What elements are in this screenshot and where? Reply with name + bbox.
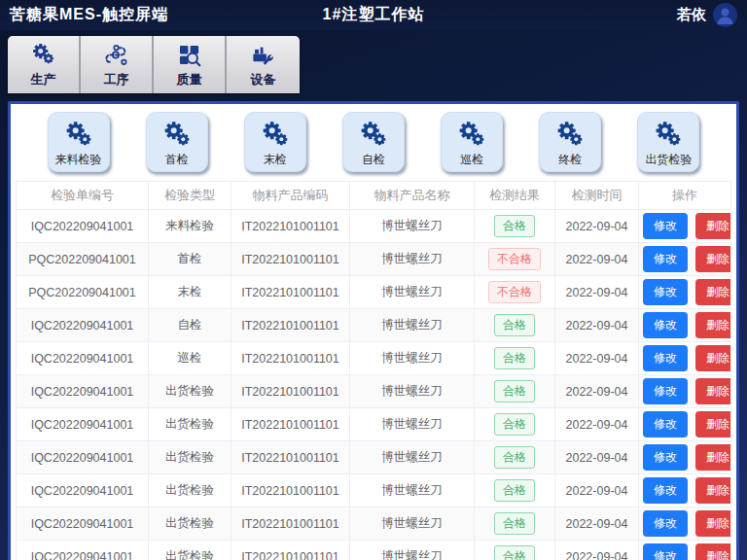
edit-button[interactable]: 修改 [643,246,688,272]
type-cell: 自检 [149,309,231,342]
delete-button[interactable]: 删除 [695,345,731,371]
quick-button-incoming-inspection[interactable]: 来料检验 [48,112,110,172]
result-badge: 合格 [494,314,535,335]
code-cell: IT2022101001101 [231,210,350,243]
delete-button[interactable]: 删除 [695,213,731,239]
gears-icon [652,120,685,151]
table-row: IQC202209041001出货检验IT2022101001101博世螺丝刀合… [17,508,731,541]
delete-button[interactable]: 删除 [695,312,731,338]
delete-button[interactable]: 删除 [695,444,731,471]
result-badge: 合格 [494,413,535,435]
table-row: IQC202209041001来料检验IT2022101001101博世螺丝刀合… [17,210,731,243]
edit-button[interactable]: 修改 [643,477,688,504]
type-cell: 出货检验 [149,474,231,508]
name-cell: 博世螺丝刀 [350,474,475,508]
result-cell: 合格 [475,508,555,541]
type-cell: 出货检验 [149,408,231,441]
edit-button[interactable]: 修改 [643,279,688,305]
edit-button[interactable]: 修改 [643,444,688,471]
table-body: IQC202209041001来料检验IT2022101001101博世螺丝刀合… [17,210,731,560]
table-row: IQC202209041001巡检IT2022101001101博世螺丝刀合格2… [17,342,731,375]
name-cell: 博世螺丝刀 [350,375,475,408]
delete-button[interactable]: 删除 [695,378,731,404]
code-cell: IT2022101001101 [231,309,350,342]
type-cell: 出货检验 [149,375,231,408]
gears-icon [62,120,95,151]
username: 若依 [677,6,706,24]
edit-button[interactable]: 修改 [643,345,688,371]
result-badge: 合格 [494,380,535,402]
name-cell: 博世螺丝刀 [350,210,475,243]
gears-icon [357,120,390,151]
tab-quality[interactable]: 质量 [154,36,227,93]
order-no-cell: IQC202209041001 [17,541,149,560]
order-no-cell: IQC202209041001 [17,342,149,375]
name-cell: 博世螺丝刀 [350,309,475,342]
tab-equipment[interactable]: 设备 [227,36,300,93]
delete-button[interactable]: 删除 [695,279,731,305]
type-cell: 巡检 [149,342,231,375]
result-badge: 合格 [494,545,535,560]
quick-button-first-inspection[interactable]: 首检 [146,112,208,172]
edit-button[interactable]: 修改 [643,411,688,438]
delete-button[interactable]: 删除 [695,477,731,504]
date-cell: 2022-09-04 [555,276,639,309]
delete-button[interactable]: 删除 [695,246,731,272]
code-cell: IT2022101001101 [231,474,350,508]
result-cell: 合格 [475,441,555,474]
result-badge: 不合格 [488,281,541,302]
delete-button[interactable]: 删除 [695,543,731,560]
actions-cell: 修改删除 [639,210,731,243]
edit-button[interactable]: 修改 [643,543,688,560]
edit-button[interactable]: 修改 [643,378,688,404]
tab-label: 设备 [251,71,276,88]
order-no-cell: PQC202209041001 [17,243,149,276]
top-bar: 苦糖果MES-触控屏端 1#注塑工作站 若依 [0,0,747,30]
order-no-cell: IQC202209041001 [17,309,149,342]
gears-icon [259,120,292,151]
order-no-cell: PQC202209041001 [17,276,149,309]
edit-button[interactable]: 修改 [643,213,688,239]
quick-button-shipment-inspection[interactable]: 出货检验 [637,112,699,172]
actions-cell: 修改删除 [639,243,731,276]
column-header: 检验单编号 [17,182,149,210]
quick-button-self-inspection[interactable]: 自检 [342,112,405,172]
result-cell: 合格 [475,210,555,243]
result-cell: 合格 [475,309,555,342]
quick-button-final-inspection[interactable]: 终检 [539,112,601,172]
user-area[interactable]: 若依 [677,3,737,27]
tab-production[interactable]: 生产 [8,36,81,93]
actions-cell: 修改删除 [639,408,731,441]
quick-button-patrol-inspection[interactable]: 巡检 [441,112,503,172]
gears-icon [553,120,587,151]
column-header: 检测结果 [475,182,555,210]
gears-icon [160,120,194,151]
quick-button-label: 首检 [165,152,189,168]
result-badge: 合格 [494,446,535,468]
code-cell: IT2022101001101 [231,408,350,441]
type-cell: 末检 [149,276,231,309]
tab-label: 工序 [104,71,129,88]
table-row: IQC202209041001出货检验IT2022101001101博世螺丝刀合… [17,441,731,474]
code-cell: IT2022101001101 [231,508,350,541]
gears-icon [30,42,56,68]
order-no-cell: IQC202209041001 [17,210,149,243]
quick-button-last-inspection[interactable]: 末检 [244,112,306,172]
delete-button[interactable]: 删除 [695,411,731,438]
result-cell: 合格 [475,474,555,508]
user-avatar-icon[interactable] [713,3,737,27]
main-panel: 来料检验 首检 末检 自检 巡检 终检 出货检验 检验单编号检验类型物料产品编码… [8,101,739,560]
column-header: 物料产品编码 [231,182,350,210]
delete-button[interactable]: 删除 [695,510,731,537]
order-no-cell: IQC202209041001 [17,474,149,508]
tab-process[interactable]: 工序 [81,36,154,93]
actions-cell: 修改删除 [639,441,731,474]
edit-button[interactable]: 修改 [643,312,688,338]
quick-button-label: 末检 [264,152,287,168]
code-cell: IT2022101001101 [231,342,350,375]
column-header: 检验类型 [149,182,231,210]
edit-button[interactable]: 修改 [643,510,688,537]
result-badge: 合格 [494,215,535,236]
date-cell: 2022-09-04 [555,508,639,541]
quick-button-label: 终检 [558,152,582,168]
